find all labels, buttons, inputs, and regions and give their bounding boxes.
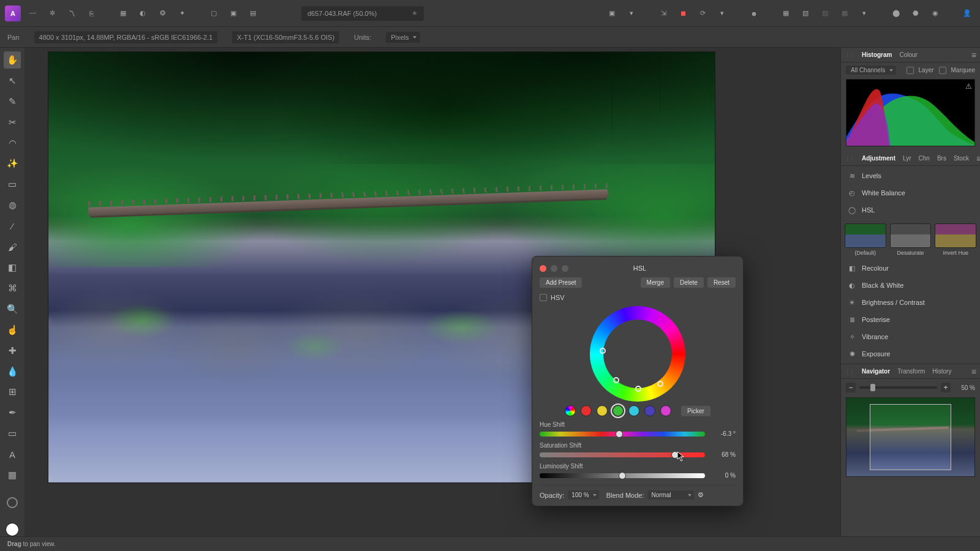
tab-chn[interactable]: Chn [919, 154, 930, 163]
opacity-field[interactable]: 100 % [568, 490, 598, 500]
magicwand-tool-icon[interactable]: ✨ [4, 156, 21, 173]
reset-button[interactable]: Reset [707, 277, 736, 288]
wheel-handle-bottomright[interactable] [657, 381, 663, 387]
transform-icon[interactable]: ⟳ [695, 6, 710, 21]
hue-wheel[interactable] [590, 306, 685, 402]
swatch-blue[interactable] [644, 405, 655, 416]
panel-menu-icon[interactable] [971, 367, 976, 377]
histogram-channel-select[interactable]: All Channels [846, 66, 896, 75]
mesh-tool-icon[interactable]: ⊞ [4, 384, 21, 401]
wand-icon[interactable]: ✦ [174, 6, 190, 21]
selection-new-icon[interactable]: ▢ [206, 6, 222, 21]
picker-button[interactable]: Picker [681, 406, 710, 416]
marquee-tool-icon[interactable]: ▭ [4, 176, 21, 193]
wheel-handle-bottom[interactable] [635, 386, 641, 392]
pen-tool-icon[interactable]: ✒ [4, 404, 21, 421]
adj-brightness[interactable]: ☀Brightness / Contrast [841, 294, 980, 311]
erase-tool-icon[interactable]: ◧ [4, 259, 21, 276]
adj-whitebalance[interactable]: ◴White Balance [841, 184, 980, 201]
navigator-thumbnail[interactable] [846, 397, 975, 477]
panel-menu-icon[interactable] [976, 154, 980, 163]
lum-slider[interactable] [540, 473, 705, 478]
clone-tool-icon[interactable]: ⌘ [4, 280, 21, 297]
maximize-icon[interactable] [562, 265, 568, 272]
dodge-tool-icon[interactable]: 🔍 [4, 301, 21, 318]
softproof-icon[interactable]: ❂ [154, 6, 170, 21]
zoom-tool-icon[interactable]: ▦ [4, 467, 21, 484]
tab-stock[interactable]: Stock [954, 154, 969, 163]
hue-value[interactable]: -6.3 ° [710, 430, 736, 437]
hue-thumb[interactable] [616, 430, 623, 438]
navigator-viewport[interactable] [870, 404, 952, 470]
selectionbrush-tool-icon[interactable]: ◠ [4, 135, 21, 152]
adj-posterise[interactable]: ≣Posterise [841, 311, 980, 328]
swatch-yellow[interactable] [597, 405, 608, 416]
selection-intersect-icon[interactable]: ▤ [245, 6, 261, 21]
sat-thumb[interactable] [671, 451, 679, 459]
hand-tool-icon[interactable]: ✋ [4, 51, 21, 69]
delete-button[interactable]: Delete [674, 277, 704, 288]
preset-desaturate[interactable]: Desaturate [890, 223, 932, 256]
zoom-thumb[interactable] [870, 384, 875, 391]
tab-lyr[interactable]: Lyr [903, 154, 911, 163]
preset-inverthue[interactable]: Invert Hue [935, 223, 976, 256]
foreground-swatch[interactable] [6, 523, 19, 536]
panel-grip-icon[interactable] [845, 368, 853, 375]
mask-icon[interactable]: ◉ [927, 6, 943, 21]
colorpicker-tool-icon[interactable]: ✎ [4, 93, 21, 110]
zoom-value[interactable]: 50 % [954, 384, 975, 391]
swatch-cyan[interactable] [628, 405, 639, 416]
wheel-handle-bottomleft[interactable] [613, 377, 619, 383]
panel-menu-icon[interactable] [971, 50, 976, 60]
panel-grip-icon[interactable] [845, 155, 853, 162]
arrange-back-icon[interactable]: ▩ [837, 6, 853, 21]
shape-tool-icon[interactable]: ▭ [4, 425, 21, 442]
wheel-handle-left[interactable] [600, 348, 606, 354]
arrange-forward-icon[interactable]: ▧ [797, 6, 813, 21]
lum-value[interactable]: 0 % [710, 472, 736, 479]
crop-tool-icon[interactable]: ✂ [4, 114, 21, 131]
add-preset-button[interactable]: Add Preset [540, 277, 582, 288]
swatch-master[interactable] [565, 405, 576, 416]
adj-levels[interactable]: ≋Levels [841, 167, 980, 184]
paintbrush-tool-icon[interactable]: 🖌 [4, 238, 21, 255]
persona-export-icon[interactable]: ⎘ [83, 6, 99, 21]
hue-slider[interactable] [540, 432, 705, 437]
text-tool-icon[interactable]: A [4, 446, 21, 463]
close-icon[interactable] [540, 265, 546, 272]
move-tool-icon[interactable]: ↖ [4, 72, 21, 89]
hsv-checkbox[interactable] [540, 294, 547, 301]
persona-develop-icon[interactable]: 〽 [64, 6, 80, 21]
dropdown-icon[interactable]: ▾ [624, 6, 639, 21]
swatch-green[interactable] [612, 405, 624, 416]
assistant-icon[interactable]: ☻ [746, 6, 762, 21]
zoom-slider[interactable] [859, 386, 937, 389]
snap-icon[interactable]: ⇲ [655, 6, 671, 21]
gear-icon[interactable]: ⚙ [698, 491, 704, 499]
hist-layer-checkbox[interactable] [907, 67, 914, 74]
blur-tool-icon[interactable]: 💧 [4, 363, 21, 380]
lum-thumb[interactable] [619, 472, 626, 479]
selection-subtract-icon[interactable]: ▣ [225, 6, 241, 21]
persona-photo-icon[interactable]: 〰 [24, 6, 40, 21]
dropdown3-icon[interactable]: ▾ [856, 6, 872, 21]
tab-histogram[interactable]: Histogram [862, 50, 892, 59]
arrange-front-icon[interactable]: ▦ [778, 6, 794, 21]
preview-icon[interactable]: ◐ [135, 6, 151, 21]
hist-marquee-checkbox[interactable] [939, 67, 946, 74]
merge-button[interactable]: Merge [641, 277, 670, 288]
dropdown2-icon[interactable]: ▾ [714, 6, 730, 21]
rotate-canvas-icon[interactable]: ▣ [604, 6, 620, 21]
minimize-icon[interactable] [551, 265, 557, 272]
adj-hsl[interactable]: ◯HSL [841, 201, 980, 219]
canvas-area[interactable]: HSL Add Preset Merge Delete Reset HSV [24, 48, 840, 536]
arrange-backward-icon[interactable]: ▨ [817, 6, 833, 21]
color-sampler-icon[interactable] [7, 497, 18, 508]
adj-vibrance[interactable]: ✧Vibrance [841, 328, 980, 345]
adj-blackwhite[interactable]: ◐Black & White [841, 277, 980, 294]
tab-history[interactable]: History [932, 367, 951, 376]
align-icon[interactable]: ◼ [675, 6, 691, 21]
zoom-in-button[interactable]: + [941, 383, 951, 392]
swatch-magenta[interactable] [660, 405, 671, 416]
tab-adjustment[interactable]: Adjustment [862, 154, 895, 163]
